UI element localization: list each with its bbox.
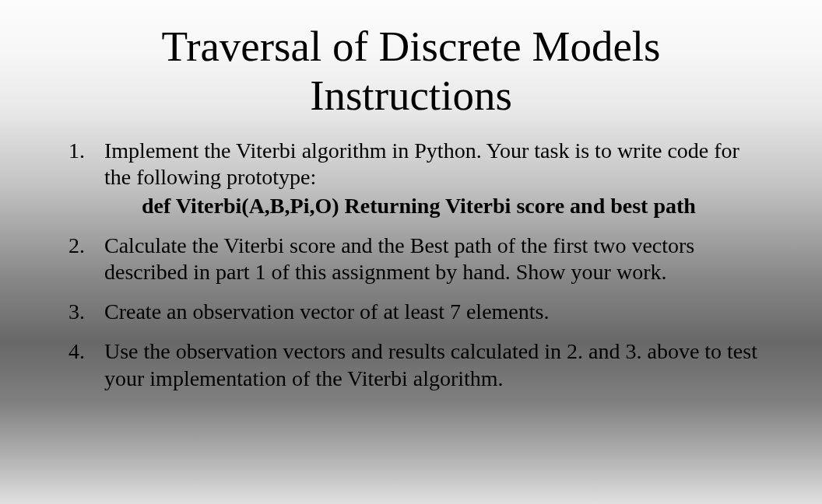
instructions-list: Implement the Viterbi algorithm in Pytho… [53, 138, 769, 393]
list-item-text: Use the observation vectors and results … [104, 339, 757, 390]
title-line-1: Traversal of Discrete Models [161, 23, 660, 70]
prototype-code: def Viterbi(A,B,Pi,O) Returning Viterbi … [142, 193, 761, 220]
list-item: Create an observation vector of at least… [104, 299, 769, 326]
list-item: Calculate the Viterbi score and the Best… [104, 233, 769, 286]
list-item: Implement the Viterbi algorithm in Pytho… [104, 138, 769, 220]
title-line-2: Instructions [310, 72, 512, 119]
list-item: Use the observation vectors and results … [104, 338, 769, 392]
list-item-text: Implement the Viterbi algorithm in Pytho… [104, 138, 739, 190]
list-item-text: Calculate the Viterbi score and the Best… [104, 233, 694, 285]
list-item-text: Create an observation vector of at least… [104, 299, 549, 324]
slide-title: Traversal of Discrete Models Instruction… [53, 22, 769, 121]
